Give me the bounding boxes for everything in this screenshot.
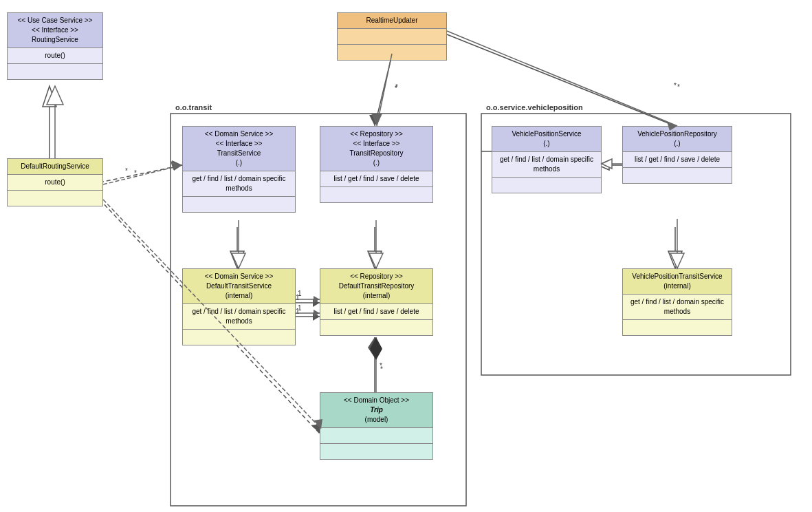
svg-text:*: * bbox=[125, 167, 128, 175]
vehicle-position-service-header: VehiclePositionService (.) bbox=[492, 127, 601, 152]
svg-marker-32 bbox=[668, 251, 682, 268]
svg-text:*: * bbox=[395, 85, 397, 92]
svg-text:*: * bbox=[380, 365, 383, 373]
default-routing-service-empty bbox=[8, 191, 102, 206]
svg-line-54 bbox=[377, 54, 392, 126]
svg-marker-46 bbox=[314, 296, 320, 303]
vehicle-position-service-methods: get / find / list / domain specific meth… bbox=[492, 152, 601, 178]
svg-text:*: * bbox=[395, 83, 398, 91]
svg-marker-14 bbox=[368, 251, 382, 268]
svg-text:*: * bbox=[134, 169, 137, 177]
default-transit-service-methods: get / find / list / domain specific meth… bbox=[183, 304, 295, 330]
trip-header: << Domain Object >> Trip (model) bbox=[320, 393, 432, 428]
svg-text:*: * bbox=[380, 362, 382, 370]
svg-marker-7 bbox=[172, 160, 182, 171]
vehicle-position-transit-service-methods: get / find / list / domain specific meth… bbox=[623, 295, 732, 320]
svg-text:o.o.transit: o.o.transit bbox=[175, 103, 212, 111]
realtime-updater-s1 bbox=[338, 29, 446, 45]
transit-repository-methods: list / get / find / save / delete bbox=[320, 171, 432, 187]
routing-service-methods: route() bbox=[8, 48, 102, 64]
svg-marker-12 bbox=[230, 251, 244, 268]
svg-line-24 bbox=[375, 55, 392, 126]
transit-service-header: << Domain Service >> << Interface >> Tra… bbox=[183, 127, 295, 171]
svg-marker-37 bbox=[171, 161, 182, 170]
realtime-updater-s2 bbox=[338, 45, 446, 60]
vehicle-position-service-class: VehiclePositionService (.) get / find / … bbox=[492, 126, 602, 193]
vehicle-position-repository-class: VehiclePositionRepository (.) list / get… bbox=[622, 126, 732, 184]
default-transit-repository-methods: list / get / find / save / delete bbox=[320, 304, 432, 320]
svg-text:1: 1 bbox=[296, 294, 300, 301]
default-transit-repository-empty bbox=[320, 320, 432, 335]
svg-line-36 bbox=[103, 165, 182, 184]
default-routing-service-methods: route() bbox=[8, 175, 102, 191]
vehicle-position-transit-service-header: VehiclePositionTransitService (internal) bbox=[623, 269, 732, 295]
routing-service-header: << Use Case Service >> << Interface >> R… bbox=[8, 13, 102, 48]
svg-marker-19 bbox=[313, 312, 320, 321]
svg-text:o.o.service.vehicleposition: o.o.service.vehicleposition bbox=[486, 103, 583, 111]
svg-marker-42 bbox=[232, 253, 245, 268]
svg-marker-25 bbox=[369, 115, 380, 126]
routing-service-empty bbox=[8, 64, 102, 79]
svg-marker-63 bbox=[670, 253, 684, 268]
trip-s1 bbox=[320, 428, 432, 444]
vehicle-position-service-empty bbox=[492, 178, 601, 193]
svg-line-6 bbox=[100, 165, 182, 182]
trip-s2 bbox=[320, 444, 432, 459]
svg-text:1: 1 bbox=[298, 304, 302, 312]
svg-text:1: 1 bbox=[298, 290, 302, 297]
default-transit-repository-header: << Repository >> DefaultTransitRepositor… bbox=[320, 269, 432, 304]
transit-repository-header: << Repository >> << Interface >> Transit… bbox=[320, 127, 432, 171]
transit-service-methods: get / find / list / domain specific meth… bbox=[183, 171, 295, 197]
svg-marker-55 bbox=[371, 114, 382, 126]
svg-marker-22 bbox=[368, 337, 382, 358]
svg-line-57 bbox=[447, 31, 677, 126]
svg-marker-61 bbox=[602, 159, 612, 169]
svg-line-27 bbox=[447, 34, 675, 126]
realtime-updater-header: RealtimeUpdater bbox=[338, 13, 446, 29]
default-transit-service-header: << Domain Service >> DefaultTransitServi… bbox=[183, 269, 295, 304]
svg-marker-35 bbox=[47, 86, 63, 105]
trip-class: << Domain Object >> Trip (model) bbox=[320, 392, 433, 460]
transit-service-empty bbox=[183, 197, 295, 212]
vehicle-position-repository-methods: list / get / find / save / delete bbox=[623, 152, 732, 168]
svg-marker-49 bbox=[314, 310, 320, 317]
default-transit-repository-class: << Repository >> DefaultTransitRepositor… bbox=[320, 268, 433, 336]
svg-marker-52 bbox=[370, 337, 382, 360]
vehicle-position-transit-service-empty bbox=[623, 320, 732, 335]
transit-service-class: << Domain Service >> << Interface >> Tra… bbox=[182, 126, 296, 213]
routing-service-class: << Use Case Service >> << Interface >> R… bbox=[7, 12, 103, 80]
default-transit-service-class: << Domain Service >> DefaultTransitServi… bbox=[182, 268, 296, 345]
svg-text:*: * bbox=[677, 83, 680, 91]
svg-marker-16 bbox=[313, 299, 320, 307]
transit-repository-class: << Repository >> << Interface >> Transit… bbox=[320, 126, 433, 203]
transit-repository-empty bbox=[320, 187, 432, 202]
diagram-canvas: o.o.transit o.o.service.vehicleposition … bbox=[0, 0, 812, 512]
svg-marker-5 bbox=[43, 86, 56, 107]
svg-text:*: * bbox=[674, 82, 677, 89]
realtime-updater-class: RealtimeUpdater bbox=[337, 12, 447, 61]
vehicle-position-transit-service-class: VehiclePositionTransitService (internal)… bbox=[622, 268, 732, 336]
default-routing-service-header: DefaultRoutingService bbox=[8, 159, 102, 175]
svg-text:1: 1 bbox=[296, 308, 300, 315]
default-routing-service-class: DefaultRoutingService route() bbox=[7, 158, 103, 206]
svg-marker-44 bbox=[369, 253, 383, 268]
vehicle-position-repository-empty bbox=[623, 168, 732, 183]
default-transit-service-empty bbox=[183, 330, 295, 345]
vehicle-position-repository-header: VehiclePositionRepository (.) bbox=[623, 127, 732, 152]
